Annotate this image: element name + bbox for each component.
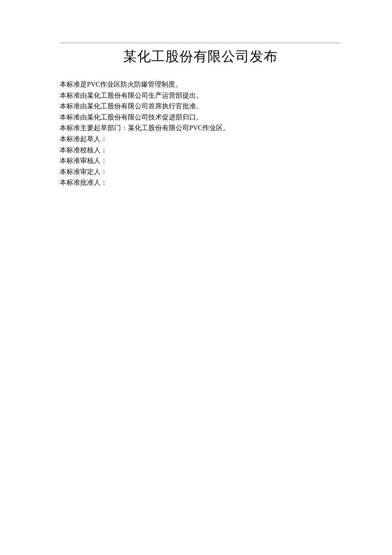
role-line-reviewer: 本标准审核人： <box>60 155 341 166</box>
body-line: 本标准由某化工股份有限公司技术促进部归口。 <box>60 112 341 123</box>
body-line: 本标准主要起草部门：某化工股份有限公司PVC作业区。 <box>60 122 341 134</box>
body-line: 本标准由某化工股份有限公司生产运营部提出。 <box>60 90 341 101</box>
body-line: 本标准由某化工股份有限公司首席执行官批准。 <box>60 101 341 112</box>
body-line: 本标准起草人： <box>60 134 341 145</box>
role-line-approver: 本标准审定人： <box>60 166 341 177</box>
role-line-authorizer: 本标准批准人： <box>60 177 341 188</box>
document-title: 某化工股份有限公司发布 <box>60 47 341 66</box>
document-page: 某化工股份有限公司发布 本标准是PVC作业区防火防爆管理制度。 本标准由某化工股… <box>0 0 392 188</box>
header-divider <box>60 43 341 43</box>
document-body: 本标准是PVC作业区防火防爆管理制度。 本标准由某化工股份有限公司生产运营部提出… <box>60 79 341 188</box>
body-line: 本标准是PVC作业区防火防爆管理制度。 <box>60 79 341 90</box>
role-line-checker: 本标准校核人： <box>60 145 341 156</box>
